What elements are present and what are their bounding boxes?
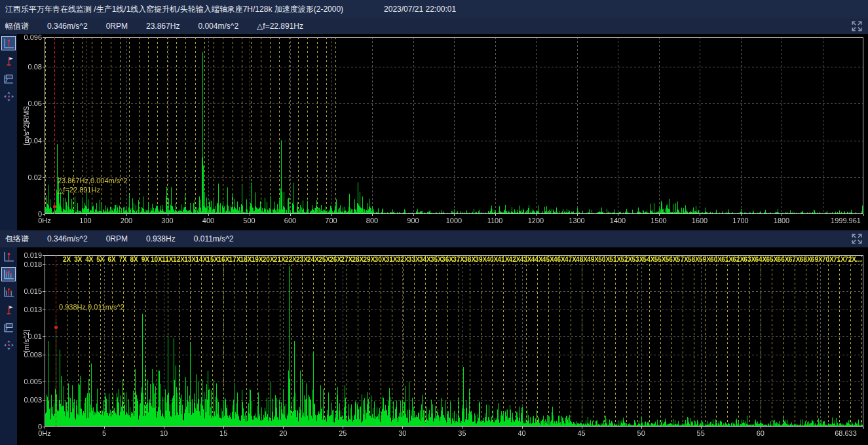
- annotation-tool-icon[interactable]: [1, 71, 16, 86]
- cursor-frequency-value: 23.867Hz: [146, 22, 179, 31]
- expand-icon[interactable]: [851, 20, 863, 32]
- flag-marker-tool-icon[interactable]: [1, 302, 16, 317]
- amplitude-panel-body: 0Hz1002003004005006007008009001000110012…: [0, 34, 868, 230]
- pan-tool-icon[interactable]: [1, 89, 16, 103]
- single-cursor-tool-icon[interactable]: [1, 249, 16, 264]
- single-cursor-tool-icon[interactable]: [1, 36, 16, 50]
- sideband-cursor-tool-icon[interactable]: [1, 285, 16, 299]
- envelope-spectrum-canvas[interactable]: [17, 247, 868, 445]
- envelope-spectrum-chart: 0Hz5101520253035404550556068.63300.0030.…: [17, 247, 868, 445]
- expand-icon[interactable]: [851, 233, 863, 245]
- pan-tool-icon[interactable]: [1, 338, 16, 352]
- envelope-toolbar: [0, 247, 17, 445]
- harmonic-cursor-tool-icon[interactable]: [1, 267, 16, 281]
- cursor-amplitude-value: 0.011m/s^2: [194, 234, 234, 243]
- title-bar: 江西乐平万年青在线监测 /生产1线/1线入窑提升机/头轮输入端轴承座7H/128…: [0, 0, 868, 18]
- timestamp: 2023/07/21 22:00:01: [384, 5, 456, 14]
- flag-marker-tool-icon[interactable]: [1, 54, 16, 68]
- amplitude-panel-header: 幅值谱 0.346m/s^2 0RPM 23.867Hz 0.004m/s^2 …: [0, 18, 868, 34]
- overall-rms-value: 0.346m/s^2: [47, 22, 88, 31]
- rpm-value: 0RPM: [106, 22, 128, 31]
- delta-frequency-value: △f=22.891Hz: [257, 22, 303, 31]
- envelope-panel-title: 包络谱: [5, 234, 29, 245]
- cursor-frequency-value: 0.938Hz: [146, 234, 176, 243]
- amplitude-spectrum-canvas[interactable]: [17, 34, 868, 230]
- overall-rms-value: 0.346m/s^2: [47, 234, 88, 243]
- amplitude-toolbar: [0, 34, 17, 230]
- annotation-tool-icon[interactable]: [1, 320, 16, 334]
- amplitude-spectrum-chart: 0Hz1002003004005006007008009001000110012…: [17, 34, 868, 230]
- rpm-value: 0RPM: [106, 234, 128, 243]
- vibration-monitor-app: 江西乐平万年青在线监测 /生产1线/1线入窑提升机/头轮输入端轴承座7H/128…: [0, 0, 868, 445]
- page-title: 江西乐平万年青在线监测 /生产1线/1线入窑提升机/头轮输入端轴承座7H/128…: [5, 4, 343, 15]
- amplitude-panel-title: 幅值谱: [5, 21, 29, 32]
- envelope-panel-body: 0Hz5101520253035404550556068.63300.0030.…: [0, 247, 868, 445]
- cursor-amplitude-value: 0.004m/s^2: [198, 22, 238, 31]
- envelope-panel-header: 包络谱 0.346m/s^2 0RPM 0.938Hz 0.011m/s^2: [0, 230, 868, 247]
